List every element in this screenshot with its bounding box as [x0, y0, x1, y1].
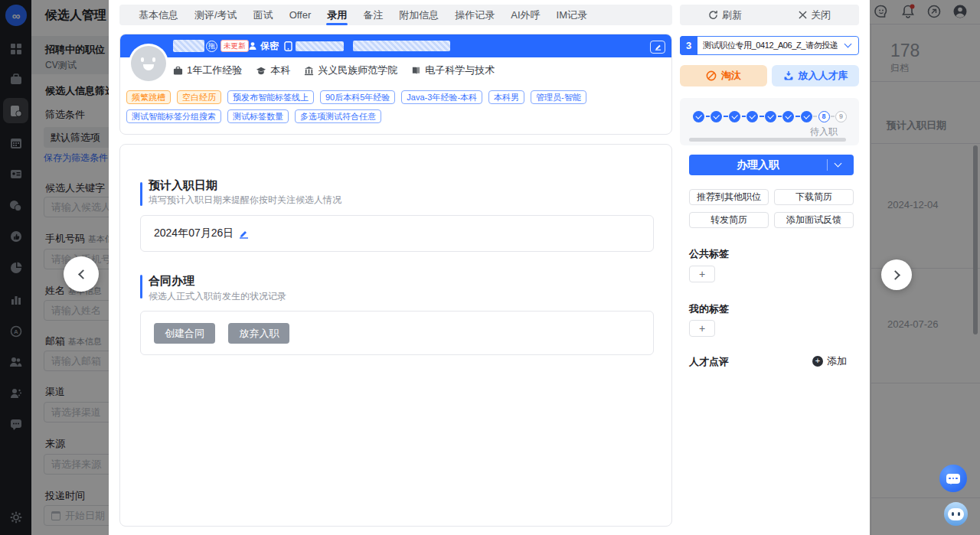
book-icon [411, 66, 421, 76]
tag[interactable]: 空白经历 [177, 90, 221, 104]
edit-date-icon[interactable] [239, 229, 249, 239]
position-index-badge: 3 [680, 36, 697, 55]
contract-title: 合同办理 [149, 274, 194, 289]
add-public-tag-button[interactable]: + [689, 266, 715, 282]
onboard-date-subtitle: 填写预计入职日期来提醒你按时关注候选人情况 [149, 194, 341, 207]
onboard-date-title: 预计入职日期 [149, 178, 217, 193]
stage-done-icon[interactable] [801, 111, 812, 122]
chevron-down-icon [835, 160, 842, 168]
previous-candidate-button[interactable] [64, 256, 99, 292]
edit-candidate-button[interactable] [650, 41, 665, 54]
hiring-stage-stepper: 8 9 待入职 [680, 98, 859, 145]
tab-im-log[interactable]: IM记录 [557, 5, 587, 25]
download-resume-button[interactable]: 下载简历 [774, 189, 854, 205]
contract-box: 创建合同 放弃入职 [140, 311, 654, 355]
tag[interactable]: 预发布智能标签线上 [227, 90, 314, 104]
onboard-date-value: 2024年07月26日 [154, 227, 249, 240]
briefcase-icon [173, 66, 183, 76]
candidate-phone-redacted [296, 41, 344, 51]
phone-icon [284, 41, 292, 51]
tab-assessment[interactable]: 测评/考试 [194, 5, 237, 25]
stage-current[interactable]: 8 [818, 111, 830, 122]
major-item: 电子科学与技术 [411, 64, 495, 77]
forward-resume-button[interactable]: 转发简历 [689, 212, 769, 228]
screen: ∞ A 候选人管理 招聘中的职位 CV测试 候选人信息筛选 筛选条件 默认筛选项… [0, 0, 980, 535]
stage-done-icon[interactable] [729, 111, 740, 122]
forbidden-icon [706, 70, 717, 81]
candidate-avatar [129, 44, 168, 83]
stage-done-icon[interactable] [693, 111, 704, 122]
add-my-tag-button[interactable]: + [689, 320, 715, 337]
degree-item: 本科 [256, 64, 290, 77]
add-review-button[interactable]: + 添加 [812, 354, 847, 368]
confidential-flag: 保密 [248, 40, 279, 52]
candidate-phone [284, 40, 344, 52]
candidate-name-redacted [173, 40, 204, 52]
add-interview-feedback-button[interactable]: 添加面试反馈 [774, 212, 854, 228]
onboard-button[interactable]: 办理入职 [689, 155, 854, 175]
stage-done-icon[interactable] [710, 111, 722, 122]
chat-fab[interactable] [939, 465, 967, 492]
tag[interactable]: 测试标签数量 [227, 109, 289, 123]
candidate-tags: 频繁跳槽 空白经历 预发布智能标签线上 90后本科5年经验 Java-3年经验-… [126, 90, 667, 123]
abandon-onboard-button[interactable]: 放弃入职 [228, 323, 289, 344]
tab-ai-call[interactable]: AI外呼 [511, 5, 540, 25]
tag[interactable]: 多选项测试符合任意 [295, 109, 381, 123]
tab-offer[interactable]: Offer [289, 5, 312, 25]
stage-done-icon[interactable] [782, 111, 794, 122]
position-dropdown-value: 测试职位专用_0412_A06_Z_请勿投递 [703, 37, 841, 54]
contract-subtitle: 候选人正式入职前发生的状况记录 [149, 290, 286, 303]
stage-label: 待入职 [798, 126, 850, 139]
tab-interview[interactable]: 面试 [253, 5, 273, 25]
my-tags-title: 我的标签 [689, 302, 729, 316]
candidate-header-card: 拖 未更新 保密 1年工作经验 本科 兴义民族师范学院 电子科学与技术 频繁跳槽… [119, 34, 672, 135]
candidate-channel-badge: 拖 [206, 41, 217, 52]
candidate-email-redacted [353, 41, 450, 51]
hire-content-card: 预计入职日期 填写预计入职日期来提醒你按时关注候选人情况 2024年07月26日… [119, 144, 672, 527]
next-candidate-button[interactable] [881, 259, 912, 290]
tab-hire[interactable]: 录用 [327, 5, 347, 25]
onboard-date-box: 2024年07月26日 [140, 215, 654, 252]
chevron-down-icon [844, 41, 852, 48]
stepper-scrollbar[interactable] [689, 138, 846, 142]
graduation-cap-icon [256, 66, 266, 76]
tab-operation-log[interactable]: 操作记录 [455, 5, 495, 25]
candidate-detail-modal: 基本信息 测评/考试 面试 Offer 录用 备注 附加信息 操作记录 AI外呼… [109, 0, 870, 535]
candidate-info-row: 1年工作经验 本科 兴义民族师范学院 电子科学与技术 [173, 64, 495, 77]
tag[interactable]: Java-3年经验-本科 [401, 90, 482, 104]
experience-item: 1年工作经验 [173, 64, 242, 77]
school-icon [304, 66, 314, 76]
recommend-button[interactable]: 推荐到其他职位 [689, 189, 769, 205]
archive-tray-icon [783, 70, 794, 81]
modal-toolbar: 刷新 关闭 [680, 5, 859, 25]
stage-next[interactable]: 9 [835, 111, 847, 122]
tag[interactable]: 本科男 [488, 90, 524, 104]
position-dropdown[interactable]: 3 测试职位专用_0412_A06_Z_请勿投递 [680, 36, 859, 55]
refresh-button[interactable]: 刷新 [708, 8, 742, 22]
tag[interactable]: 管理员-智能 [531, 90, 586, 104]
create-contract-button[interactable]: 创建合同 [154, 323, 215, 344]
tag[interactable]: 频繁跳槽 [126, 90, 171, 104]
person-icon [248, 41, 257, 51]
tab-extra-info[interactable]: 附加信息 [399, 5, 439, 25]
talent-review-title: 人才点评 [689, 355, 729, 369]
robot-assistant-fab[interactable] [944, 502, 968, 526]
talent-pool-button[interactable]: 放入人才库 [772, 65, 859, 86]
status-badge: 未更新 [220, 40, 249, 52]
stage-done-icon[interactable] [746, 111, 758, 122]
school-item: 兴义民族师范学院 [304, 64, 397, 77]
stage-done-icon[interactable] [765, 111, 776, 122]
tab-basic-info[interactable]: 基本信息 [139, 5, 178, 25]
public-tags-title: 公共标签 [689, 247, 729, 261]
plus-circle-icon: + [812, 356, 823, 367]
tab-notes[interactable]: 备注 [363, 5, 383, 25]
candidate-tabbar: 基本信息 测评/考试 面试 Offer 录用 备注 附加信息 操作记录 AI外呼… [119, 5, 672, 25]
close-button[interactable]: 关闭 [799, 8, 831, 22]
tag[interactable]: 90后本科5年经验 [320, 90, 395, 104]
tag[interactable]: 测试智能标签分组搜索 [126, 109, 221, 123]
reject-button[interactable]: 淘汰 [680, 65, 767, 86]
